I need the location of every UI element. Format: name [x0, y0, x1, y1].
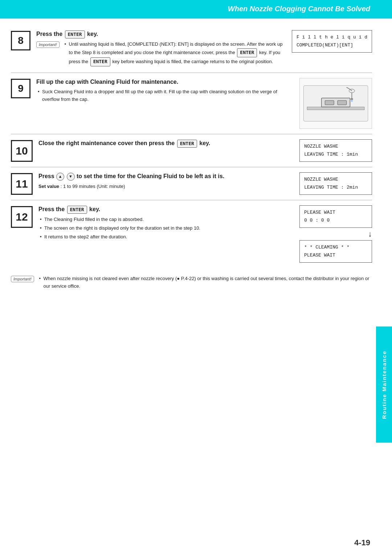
- step-12-screen-bottom-line1: * * CLEAMING * *: [304, 243, 367, 251]
- step-8-enter-key: ENTER: [65, 30, 85, 38]
- step-8-row: 8 Press the ENTER key. Important! Until …: [11, 30, 372, 67]
- step-11-number: 11: [11, 173, 33, 195]
- header-title: When Nozzle Clogging Cannot Be Solved: [228, 5, 370, 13]
- step-9-svg: [299, 78, 372, 129]
- step-12-main: Press the ENTER key. The Cleaning Fluid …: [38, 205, 293, 242]
- step-10-main: Close the right maintenance cover then p…: [38, 139, 293, 150]
- step-10-row: 10 Close the right maintenance cover the…: [11, 139, 372, 162]
- step-8-enter-key-2: ENTER: [237, 48, 257, 57]
- step-10-title-before: Close the right maintenance cover then p…: [38, 140, 175, 146]
- step-8-title-before: Press the: [36, 31, 62, 37]
- step-8-right: F i l l t h e l i q u i d COMPLETED(NEXT…: [292, 30, 372, 53]
- step-12-screen-top: PLEASE WAIT 0 0 : 0 0: [299, 205, 372, 228]
- step-10-title-after: key.: [199, 140, 210, 146]
- step-11-title: Press ▲ ▼ to set the time for the Cleani…: [38, 172, 293, 181]
- step-8-block: 8 Press the ENTER key. Important! Until …: [11, 25, 372, 73]
- svg-point-8: [351, 100, 352, 102]
- svg-rect-3: [325, 100, 334, 105]
- step-12-right: PLEASE WAIT 0 0 : 0 0 ↓ * * CLEAMING * *…: [299, 205, 372, 263]
- step-9-main: Fill up the cap with Cleaning Fluid for …: [36, 78, 289, 104]
- step-12-screen-top-line1: PLEASE WAIT: [304, 209, 367, 217]
- main-content: 8 Press the ENTER key. Important! Until …: [11, 19, 372, 291]
- step-8-screen: F i l l t h e l i q u i d COMPLETED(NEXT…: [292, 30, 372, 53]
- set-value-text: : 1 to 99 minutes (Unit: minute): [61, 184, 125, 189]
- step-11-block: 11 Press ▲ ▼ to set the time for the Cle…: [11, 167, 372, 200]
- svg-rect-4: [338, 100, 347, 105]
- step-12-row: 12 Press the ENTER key. The Cleaning Flu…: [11, 205, 372, 263]
- step-8-screen-line2: COMPLETED(NEXT)[ENT]: [297, 41, 367, 49]
- step-10-screen-line1: NOZZLE WASHE: [304, 143, 367, 151]
- step-12-enter-key: ENTER: [67, 206, 87, 214]
- step-8-enter-key-3: ENTER: [90, 57, 110, 66]
- step-11-set-value: Set value : 1 to 99 minutes (Unit: minut…: [38, 184, 293, 189]
- svg-point-7: [351, 98, 353, 100]
- set-value-label: Set value: [38, 184, 59, 189]
- step-12-number: 12: [11, 206, 33, 228]
- arrow-down-icon: ↓: [368, 229, 372, 239]
- step-9-block: 9 Fill up the cap with Cleaning Fluid fo…: [11, 73, 372, 134]
- step-10-title: Close the right maintenance cover then p…: [38, 139, 293, 148]
- step-8-number: 8: [11, 31, 30, 50]
- svg-rect-1: [307, 107, 364, 110]
- step-11-row: 11 Press ▲ ▼ to set the time for the Cle…: [11, 172, 372, 195]
- step-8-important: Important! Until washing liquid is fille…: [36, 41, 285, 67]
- step-9-illustration: [295, 78, 372, 129]
- step-8-screen-line1: F i l l t h e l i q u i d: [297, 33, 367, 41]
- step-10-block: 10 Close the right maintenance cover the…: [11, 134, 372, 167]
- step-9-title: Fill up the cap with Cleaning Fluid for …: [36, 78, 289, 86]
- step-12-screen-top-line2: 0 0 : 0 0: [304, 217, 367, 225]
- step-11-main: Press ▲ ▼ to set the time for the Cleani…: [38, 172, 293, 189]
- step-9-body: Suck Cleaning Fluid into a dropper and f…: [36, 88, 289, 103]
- step-12-block: 12 Press the ENTER key. The Cleaning Flu…: [11, 200, 372, 268]
- step-12-body: The Cleaning Fluid filled in the cap is …: [38, 216, 293, 241]
- step-11-screen-line2: LEAVING TIME : 2min: [304, 184, 367, 192]
- step-12-screen-bottom: * * CLEAMING * * PLEASE WAIT: [299, 240, 372, 263]
- step-8-title-after: key.: [87, 31, 98, 37]
- step-8-important-badge: Important!: [36, 41, 60, 48]
- step-12-title-after: key.: [89, 206, 100, 212]
- header-bar: When Nozzle Clogging Cannot Be Solved: [0, 0, 392, 17]
- step-8-main: Press the ENTER key. Important! Until wa…: [36, 30, 285, 67]
- step-11-title-after: to set the time for the Cleaning Fluid t…: [77, 173, 224, 179]
- step-10-screen: NOZZLE WASHE LEAVING TIME : 1min: [299, 139, 372, 162]
- step-9-number: 9: [11, 79, 30, 98]
- page-number: 4-19: [354, 538, 370, 547]
- up-arrow-btn: ▲: [56, 173, 64, 181]
- step-11-screen: NOZZLE WASHE LEAVING TIME : 2min: [299, 172, 372, 195]
- step-8-title: Press the ENTER key.: [36, 30, 285, 38]
- bottom-note: Important! When nozzle missing is not cl…: [11, 273, 372, 291]
- step-10-right: NOZZLE WASHE LEAVING TIME : 1min: [299, 139, 372, 162]
- step-10-number: 10: [11, 140, 33, 162]
- side-tab-label: Routine Maintenance: [381, 350, 387, 419]
- side-tab: Routine Maintenance: [376, 327, 392, 443]
- step-12-title-before: Press the: [38, 206, 65, 212]
- step-11-title-before: Press: [38, 173, 54, 179]
- step-12-title: Press the ENTER key.: [38, 205, 293, 214]
- step-12-screen-bottom-line2: PLEASE WAIT: [304, 251, 367, 259]
- step-11-right: NOZZLE WASHE LEAVING TIME : 2min: [299, 172, 372, 195]
- step-11-screen-line1: NOZZLE WASHE: [304, 176, 367, 184]
- step-9-row: 9 Fill up the cap with Cleaning Fluid fo…: [11, 78, 372, 129]
- bottom-note-body: When nozzle missing is not cleared even …: [38, 275, 372, 291]
- step-10-screen-line2: LEAVING TIME : 1min: [304, 151, 367, 159]
- down-arrow-btn: ▼: [67, 173, 75, 181]
- step-10-enter-key: ENTER: [177, 140, 197, 148]
- bottom-important-badge: Important!: [11, 276, 34, 282]
- step-8-body: Until washing liquid is filled, [COMPLET…: [63, 41, 285, 67]
